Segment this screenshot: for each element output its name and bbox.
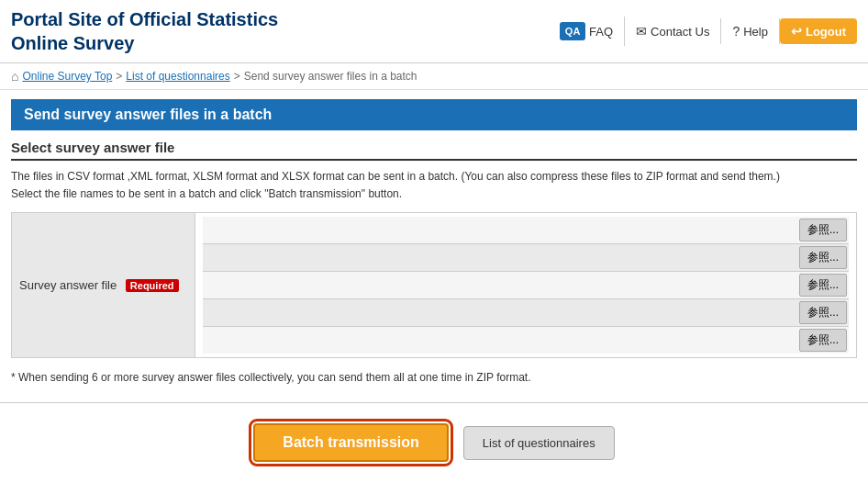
file-input-4[interactable] [203, 300, 797, 326]
breadcrumb: ⌂ Online Survey Top > List of questionna… [0, 63, 868, 90]
header: Portal Site of Official Statistics Onlin… [0, 0, 868, 63]
main-content: Select survey answer file The files in C… [0, 130, 868, 402]
mail-icon: ✉ [636, 24, 647, 39]
file-row-4: 参照... [203, 299, 849, 327]
faq-label: FAQ [589, 25, 613, 39]
logout-icon: ↩ [791, 24, 802, 39]
help-nav-item[interactable]: ? Help [721, 18, 780, 44]
breadcrumb-current: Send survey answer files in a batch [244, 70, 417, 83]
browse-button-5[interactable]: 参照... [799, 329, 847, 352]
section-title: Select survey answer file [11, 140, 857, 161]
logout-nav-item[interactable]: ↩ Logout [780, 18, 857, 44]
file-input-table: Survey answer file Required 参照... 参照... … [11, 212, 857, 358]
faq-nav-item[interactable]: QA FAQ [549, 17, 625, 46]
breadcrumb-online-survey-top[interactable]: Online Survey Top [22, 70, 112, 83]
file-row-2: 参照... [203, 244, 849, 272]
faq-icon: QA [560, 22, 585, 40]
description-line2: Select the file names to be sent in a ba… [11, 187, 402, 200]
file-input-row-main: Survey answer file Required 参照... 参照... … [12, 213, 857, 358]
file-input-2[interactable] [203, 245, 797, 271]
site-title: Portal Site of Official Statistics Onlin… [11, 7, 278, 55]
page-title-bar: Send survey answer files in a batch [11, 99, 857, 130]
file-row-1: 参照... [203, 217, 849, 244]
browse-button-1[interactable]: 参照... [799, 219, 847, 242]
file-row-3: 参照... [203, 272, 849, 299]
description: The files in CSV format ,XML format, XLS… [11, 168, 857, 203]
file-inputs-cell: 参照... 参照... 参照... 参照... 参照... [195, 213, 857, 358]
note: * When sending 6 or more survey answer f… [11, 367, 857, 393]
browse-button-2[interactable]: 参照... [799, 246, 847, 269]
browse-button-4[interactable]: 参照... [799, 301, 847, 324]
breadcrumb-sep-2: > [234, 70, 240, 83]
bottom-divider [0, 402, 868, 403]
file-label: Survey answer file [19, 278, 117, 292]
help-icon: ? [732, 24, 740, 39]
contact-label: Contact Us [651, 25, 709, 39]
header-nav: QA FAQ ✉ Contact Us ? Help ↩ Logout [549, 17, 857, 46]
file-label-cell: Survey answer file Required [12, 213, 195, 358]
batch-transmission-button[interactable]: Batch transmission [253, 423, 448, 462]
description-line1: The files in CSV format ,XML format, XLS… [11, 170, 780, 183]
logout-label: Logout [806, 25, 846, 39]
file-input-1[interactable] [203, 218, 797, 243]
list-questionnaires-button[interactable]: List of questionnaires [463, 426, 615, 460]
file-input-3[interactable] [203, 273, 797, 298]
file-input-5[interactable] [203, 328, 797, 354]
breadcrumb-sep-1: > [116, 70, 122, 83]
breadcrumb-list-questionnaires[interactable]: List of questionnaires [126, 70, 229, 83]
page-title: Send survey answer files in a batch [24, 107, 272, 122]
contact-nav-item[interactable]: ✉ Contact Us [625, 18, 721, 44]
help-label: Help [743, 25, 768, 39]
required-badge: Required [126, 279, 179, 292]
file-row-5: 参照... [203, 327, 849, 354]
action-bar: Batch transmission List of questionnaire… [0, 414, 868, 471]
home-icon: ⌂ [11, 69, 18, 84]
browse-button-3[interactable]: 参照... [799, 274, 847, 297]
